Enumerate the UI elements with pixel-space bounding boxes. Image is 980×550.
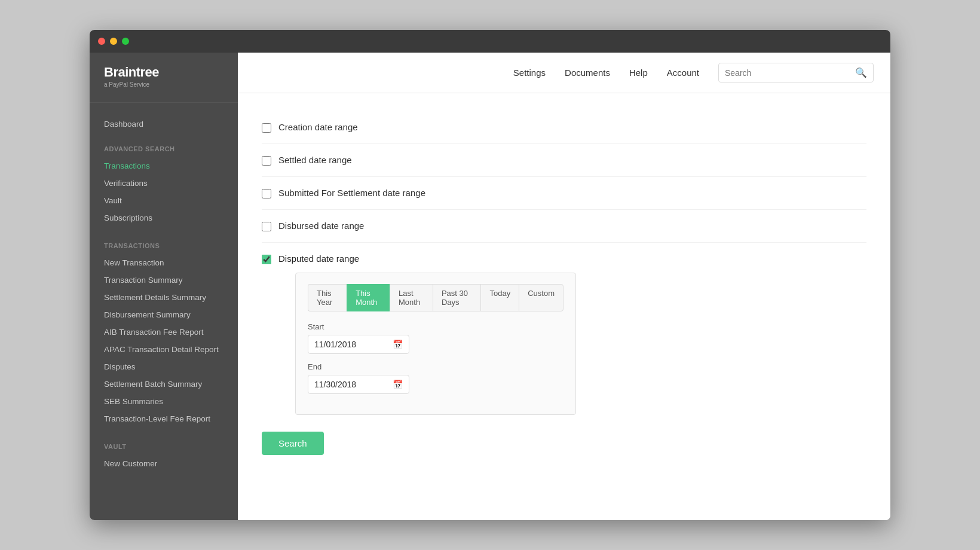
date-tab-this-year[interactable]: This Year xyxy=(308,284,347,311)
sidebar-item-new-customer[interactable]: New Customer xyxy=(90,455,238,472)
form-row-submitted-settlement-date: Submitted For Settlement date range xyxy=(262,177,866,210)
header-nav-help[interactable]: Help xyxy=(629,68,648,78)
sidebar-logo: Braintree a PayPal Service xyxy=(90,53,238,103)
sidebar-item-new-transaction[interactable]: New Transaction xyxy=(90,254,238,271)
end-calendar-icon[interactable]: 📅 xyxy=(393,380,403,389)
form-row-settled-date: Settled date range xyxy=(262,144,866,177)
sidebar-item-aib-fee-report[interactable]: AIB Transaction Fee Report xyxy=(90,323,238,341)
header-search-input[interactable] xyxy=(725,68,855,78)
label-settled-date: Settled date range xyxy=(278,155,352,165)
sidebar-section-transactions: Transactions New Transaction Transaction… xyxy=(90,231,238,432)
date-tab-last-month[interactable]: Last Month xyxy=(390,284,433,311)
sidebar-item-dashboard[interactable]: Dashboard xyxy=(90,114,238,135)
label-submitted-settlement-date: Submitted For Settlement date range xyxy=(278,188,425,198)
sidebar-section-title-transactions: Transactions xyxy=(90,242,238,254)
sidebar-item-subscriptions[interactable]: Subscriptions xyxy=(90,209,238,227)
maximize-dot[interactable] xyxy=(122,38,129,45)
sidebar-item-transactions[interactable]: Transactions xyxy=(90,157,238,175)
logo-name: Braintree xyxy=(104,65,223,80)
date-tab-past-30-days[interactable]: Past 30 Days xyxy=(433,284,481,311)
label-disputed-date: Disputed date range xyxy=(278,253,359,264)
sidebar-item-settlement-details-summary[interactable]: Settlement Details Summary xyxy=(90,289,238,306)
header-nav-settings[interactable]: Settings xyxy=(513,68,546,78)
minimize-dot[interactable] xyxy=(110,38,117,45)
form-row-disputed-date: Disputed date range This Year This Month… xyxy=(262,243,866,426)
logo-sub: a PayPal Service xyxy=(104,81,223,88)
date-tab-today[interactable]: Today xyxy=(480,284,519,311)
end-date-group: End 📅 xyxy=(308,362,564,394)
close-dot[interactable] xyxy=(98,38,105,45)
checkbox-settled-date[interactable] xyxy=(262,156,271,166)
sidebar-item-settlement-batch-summary[interactable]: Settlement Batch Summary xyxy=(90,375,238,393)
sidebar-standalone-section: Dashboard xyxy=(90,103,238,135)
checkbox-creation-date[interactable] xyxy=(262,123,271,133)
start-calendar-icon[interactable]: 📅 xyxy=(393,340,403,349)
search-button[interactable]: Search xyxy=(262,432,324,455)
header-search-wrap: 🔍 xyxy=(718,63,874,82)
start-date-input[interactable] xyxy=(314,340,389,349)
sidebar-item-seb-summaries[interactable]: SEB Summaries xyxy=(90,393,238,410)
header-nav-documents[interactable]: Documents xyxy=(565,68,610,78)
sidebar-section-advanced-search: Advanced Search Transactions Verificatio… xyxy=(90,135,238,231)
sidebar-item-transaction-summary[interactable]: Transaction Summary xyxy=(90,271,238,289)
sidebar-section-vault: Vault New Customer xyxy=(90,432,238,477)
form-row-creation-date: Creation date range xyxy=(262,111,866,144)
start-date-group: Start 📅 xyxy=(308,322,564,354)
titlebar xyxy=(90,30,890,53)
sidebar: Braintree a PayPal Service Dashboard Adv… xyxy=(90,53,238,520)
end-date-label: End xyxy=(308,362,564,371)
header: Settings Documents Help Account 🔍 xyxy=(238,53,890,93)
header-nav: Settings Documents Help Account xyxy=(513,68,699,78)
start-date-label: Start xyxy=(308,322,564,331)
sidebar-item-vault[interactable]: Vault xyxy=(90,192,238,209)
end-date-input[interactable] xyxy=(314,380,389,389)
sidebar-item-apac-detail-report[interactable]: APAC Transaction Detail Report xyxy=(90,341,238,358)
checkbox-disputed-date[interactable] xyxy=(262,255,271,264)
sidebar-item-disbursement-summary[interactable]: Disbursement Summary xyxy=(90,306,238,323)
end-date-input-wrap: 📅 xyxy=(308,375,409,394)
app-window: Braintree a PayPal Service Dashboard Adv… xyxy=(90,30,890,520)
app-body: Braintree a PayPal Service Dashboard Adv… xyxy=(90,53,890,520)
checkbox-submitted-settlement-date[interactable] xyxy=(262,189,271,198)
date-range-panel: This Year This Month Last Month Past 30 … xyxy=(295,273,576,415)
label-disbursed-date: Disbursed date range xyxy=(278,221,364,231)
label-creation-date: Creation date range xyxy=(278,122,358,132)
start-date-input-wrap: 📅 xyxy=(308,335,409,354)
sidebar-item-disputes[interactable]: Disputes xyxy=(90,358,238,375)
sidebar-section-title-advanced-search: Advanced Search xyxy=(90,145,238,157)
date-tab-this-month[interactable]: This Month xyxy=(347,284,390,311)
header-nav-account[interactable]: Account xyxy=(667,68,699,78)
date-tabs: This Year This Month Last Month Past 30 … xyxy=(308,284,564,311)
sidebar-item-txn-fee-report[interactable]: Transaction-Level Fee Report xyxy=(90,410,238,427)
checkbox-disbursed-date[interactable] xyxy=(262,222,271,231)
sidebar-section-title-vault: Vault xyxy=(90,443,238,455)
form-row-disbursed-date: Disbursed date range xyxy=(262,210,866,243)
header-search-icon[interactable]: 🔍 xyxy=(855,67,867,78)
date-tab-custom[interactable]: Custom xyxy=(519,284,564,311)
main-content: Creation date range Settled date range S… xyxy=(238,93,890,520)
sidebar-item-verifications[interactable]: Verifications xyxy=(90,175,238,192)
